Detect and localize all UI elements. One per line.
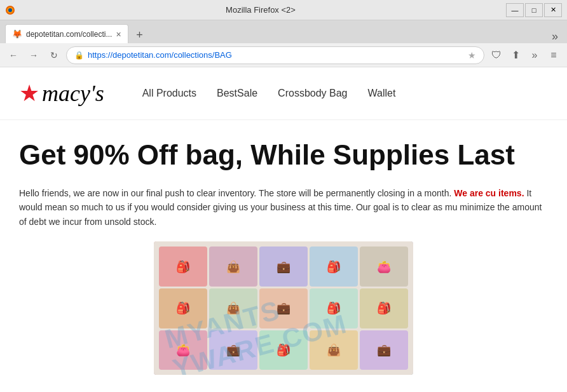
shelf-item: 💼 bbox=[360, 330, 408, 370]
nav-bestsale[interactable]: BestSale bbox=[217, 88, 257, 99]
shelf-item: 🎒 bbox=[159, 247, 207, 287]
shield-icon[interactable]: 🛡 bbox=[488, 47, 505, 64]
shelf-item: 🎒 bbox=[159, 288, 207, 328]
shelf-item: 👜 bbox=[209, 247, 257, 287]
site-nav: ★ macy's All Products BestSale Crossbody… bbox=[0, 67, 567, 120]
new-tab-button[interactable]: + bbox=[131, 27, 149, 43]
bag-shelf-image: 🎒 👜 💼 🎒 👛 🎒 👜 💼 🎒 🎒 👛 💼 🎒 👜 💼 MYANTSYWAR… bbox=[154, 241, 413, 375]
shelf-item: 👛 bbox=[360, 247, 408, 287]
reload-button[interactable]: ↻ bbox=[46, 47, 62, 64]
window-title: Mozilla Firefox <2> bbox=[15, 5, 506, 15]
shelf-item: 💼 bbox=[259, 288, 308, 328]
maximize-button[interactable]: □ bbox=[525, 3, 543, 17]
macy-star-icon: ★ bbox=[19, 82, 39, 105]
window-controls: — □ ✕ bbox=[506, 3, 562, 17]
shelf-item: 💼 bbox=[209, 330, 257, 370]
hero-section: Get 90% Off bag, While Supplies Last Hel… bbox=[0, 120, 567, 241]
site-logo: ★ macy's bbox=[19, 80, 104, 107]
shelf-item: 🎒 bbox=[360, 288, 408, 328]
nav-wallet[interactable]: Wallet bbox=[367, 88, 395, 99]
forward-button[interactable]: → bbox=[25, 47, 42, 64]
nav-crossbody-bag[interactable]: Crossbody Bag bbox=[278, 88, 347, 99]
tab-title: depotetitan.com/collecti... bbox=[26, 30, 112, 39]
hero-text-red: We are cu items. bbox=[454, 188, 524, 198]
hero-paragraph: Hello friends, we are now in our final p… bbox=[19, 186, 548, 229]
shelf-item: 🎒 bbox=[310, 288, 358, 328]
hero-text-start: Hello friends, we are now in our final p… bbox=[19, 188, 454, 198]
title-bar: Mozilla Firefox <2> — □ ✕ bbox=[0, 0, 567, 20]
tab-favicon: 🦊 bbox=[12, 29, 22, 39]
site-content: ★ macy's All Products BestSale Crossbody… bbox=[0, 67, 567, 375]
shelf-item: 💼 bbox=[259, 247, 308, 287]
address-bar: ← → ↻ 🔒 https://depotetitan.com/collecti… bbox=[0, 43, 567, 67]
lock-icon: 🔒 bbox=[74, 51, 84, 60]
shelf-item: 🎒 bbox=[259, 330, 308, 370]
shelf-item: 👛 bbox=[159, 330, 207, 370]
share-icon[interactable]: ⬆ bbox=[507, 47, 524, 64]
toolbar-icons: 🛡 ⬆ » ≡ bbox=[488, 47, 562, 64]
product-image-area: 🎒 👜 💼 🎒 👛 🎒 👜 💼 🎒 🎒 👛 💼 🎒 👜 💼 MYANTSYWAR… bbox=[0, 241, 567, 375]
menu-button[interactable]: ≡ bbox=[545, 47, 562, 64]
back-button[interactable]: ← bbox=[5, 47, 22, 64]
tab-close-button[interactable]: × bbox=[116, 29, 121, 39]
url-text: https://depotetitan.com/collections/BAG bbox=[88, 50, 464, 60]
minimize-button[interactable]: — bbox=[506, 3, 524, 17]
nav-all-products[interactable]: All Products bbox=[142, 88, 196, 99]
site-nav-links: All Products BestSale Crossbody Bag Wall… bbox=[142, 88, 396, 99]
firefox-icon bbox=[5, 5, 15, 15]
bookmark-star-icon[interactable]: ★ bbox=[468, 50, 476, 60]
shelf-item: 🎒 bbox=[310, 247, 358, 287]
browser-tab[interactable]: 🦊 depotetitan.com/collecti... × bbox=[5, 24, 128, 43]
shelf-item: 👜 bbox=[310, 330, 358, 370]
address-input[interactable]: 🔒 https://depotetitan.com/collections/BA… bbox=[66, 46, 484, 64]
tab-bar: 🦊 depotetitan.com/collecti... × + » bbox=[0, 20, 567, 43]
site-name: macy's bbox=[42, 80, 104, 107]
hero-title: Get 90% Off bag, While Supplies Last bbox=[19, 139, 548, 171]
shelf-display: 🎒 👜 💼 🎒 👛 🎒 👜 💼 🎒 🎒 👛 💼 🎒 👜 💼 bbox=[154, 241, 413, 375]
extensions-overflow-button[interactable]: » bbox=[526, 47, 543, 64]
shelf-item: 👜 bbox=[209, 288, 257, 328]
close-window-button[interactable]: ✕ bbox=[544, 3, 562, 17]
tab-overflow-button[interactable]: » bbox=[548, 30, 562, 43]
svg-point-2 bbox=[8, 8, 12, 12]
title-bar-left bbox=[5, 5, 15, 15]
